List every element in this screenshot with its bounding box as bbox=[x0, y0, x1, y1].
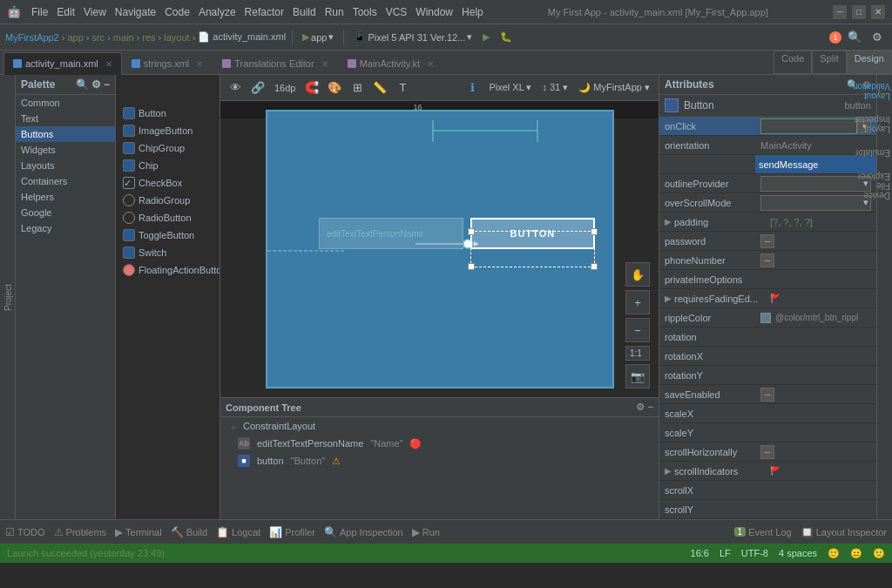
bottom-logcat[interactable]: 📋 Logcat bbox=[216, 526, 260, 538]
menu-navigate[interactable]: Navigate bbox=[115, 6, 156, 18]
tree-item-constraintlayout[interactable]: ⬦ ConstraintLayout bbox=[220, 417, 659, 435]
attr-row-outline[interactable]: outlineProvider ▾ bbox=[659, 174, 876, 193]
guidelines-icon[interactable]: 📏 bbox=[370, 78, 389, 98]
tab-close-icon[interactable]: ✕ bbox=[105, 59, 112, 69]
attr-row-orientation[interactable]: orientation MainActivity bbox=[659, 136, 876, 155]
theme-selector[interactable]: 🌙 MyFirstApp ▾ bbox=[575, 80, 653, 95]
canvas-overlay-buttons[interactable]: ✋ + − 1:1 📷 bbox=[625, 262, 650, 389]
menu-window[interactable]: Window bbox=[416, 6, 453, 18]
attr-value-onclick[interactable] bbox=[760, 118, 857, 134]
debug-button[interactable]: 🐛 bbox=[497, 30, 516, 44]
component-tree-settings-icon[interactable]: ⚙ bbox=[636, 402, 645, 413]
run-config-selector[interactable]: ▶ app ▾ bbox=[299, 30, 337, 44]
breadcrumb-app[interactable]: app bbox=[67, 32, 83, 43]
sidebar-tab-resource-manager[interactable]: Resource Manager bbox=[0, 75, 2, 519]
palette-category-widgets[interactable]: Widgets bbox=[16, 142, 115, 158]
attr-value-outline[interactable]: ▾ bbox=[760, 176, 871, 192]
attr-row-scrollx[interactable]: scrollX bbox=[659, 481, 876, 500]
bottom-terminal[interactable]: ▶ Terminal bbox=[115, 526, 162, 538]
info-icon[interactable]: ℹ bbox=[463, 78, 482, 98]
password-btn[interactable]: ─ bbox=[760, 234, 774, 248]
menu-code[interactable]: Code bbox=[165, 6, 190, 18]
tab-close-3-icon[interactable]: ✕ bbox=[321, 59, 328, 69]
close-button[interactable]: ✕ bbox=[871, 5, 885, 19]
menu-help[interactable]: Help bbox=[462, 6, 483, 18]
tab-mainactivity[interactable]: MainActivity.kt ✕ bbox=[338, 52, 443, 75]
palette-search-icon[interactable]: 🔍 bbox=[76, 78, 89, 91]
palette-category-common[interactable]: Common bbox=[16, 95, 115, 111]
device-selector[interactable]: 📱 Pixel 5 API 31 Ver.12... ▾ bbox=[350, 30, 476, 44]
attr-row-scrollhorizontally[interactable]: scrollHorizontally ─ bbox=[659, 443, 876, 462]
bottom-build[interactable]: 🔨 Build bbox=[171, 526, 207, 538]
tab-strings[interactable]: strings.xml ✕ bbox=[122, 52, 213, 75]
attr-row-rotationy[interactable]: rotationY bbox=[659, 366, 876, 385]
palette-close-icon[interactable]: − bbox=[104, 78, 110, 91]
window-controls[interactable]: ─ □ ✕ bbox=[833, 5, 885, 19]
bottom-problems[interactable]: ⚠ Problems bbox=[54, 526, 106, 538]
saveenabled-btn[interactable]: ─ bbox=[760, 388, 774, 402]
attr-value-phonenumber[interactable]: ─ bbox=[760, 253, 871, 267]
api-selector[interactable]: ↕ 31 ▾ bbox=[538, 80, 571, 95]
menu-analyze[interactable]: Analyze bbox=[199, 6, 236, 18]
align-icon[interactable]: ⊞ bbox=[348, 78, 367, 98]
tree-item-edittext[interactable]: Ab editTextTextPersonName "Name" 🔴 bbox=[220, 435, 659, 452]
device-type-selector[interactable]: Pixel XL ▾ bbox=[485, 80, 535, 95]
bottom-run[interactable]: ▶ Run bbox=[412, 526, 440, 538]
breadcrumb-project[interactable]: MyFirstApp2 bbox=[5, 32, 59, 43]
attr-row-rotationx[interactable]: rotationX bbox=[659, 347, 876, 366]
tree-item-button[interactable]: ■ button "Button" ⚠ bbox=[220, 452, 659, 470]
palette-item-imagebutton[interactable]: ImageButton bbox=[116, 122, 220, 139]
attr-row-onclick[interactable]: onClick ▾ bbox=[659, 117, 876, 136]
attr-row-rotation[interactable]: rotation bbox=[659, 328, 876, 347]
menu-vcs[interactable]: VCS bbox=[386, 6, 408, 18]
sidebar-tab-emulator[interactable]: Emulator bbox=[877, 141, 892, 165]
constraint-icon[interactable]: 🔗 bbox=[248, 78, 267, 98]
menu-edit[interactable]: Edit bbox=[57, 6, 75, 18]
bottom-event-log[interactable]: 1 Event Log bbox=[734, 527, 792, 537]
attr-value-password[interactable]: ─ bbox=[760, 234, 857, 248]
attr-value-saveenabled[interactable]: ─ bbox=[760, 388, 871, 402]
palette-category-layouts[interactable]: Layouts bbox=[16, 158, 115, 173]
attr-row-scrollindicators[interactable]: ▶ scrollIndicators 🚩 bbox=[659, 462, 876, 481]
run-button[interactable]: ▶ bbox=[479, 30, 493, 44]
eye-icon[interactable]: 👁 bbox=[226, 78, 245, 98]
palette-item-fab[interactable]: FloatingActionButton bbox=[116, 261, 220, 279]
palette-settings-icon[interactable]: ⚙ bbox=[91, 78, 101, 91]
design-mode-tab[interactable]: Design bbox=[847, 51, 892, 74]
menu-tools[interactable]: Tools bbox=[353, 6, 377, 18]
breadcrumb-layout[interactable]: layout bbox=[164, 32, 189, 43]
palette-category-text[interactable]: Text bbox=[16, 111, 115, 126]
edittext-widget[interactable]: editTextTextPersonName bbox=[319, 218, 463, 249]
attr-row-phonenumber[interactable]: phoneNumber ─ bbox=[659, 251, 876, 270]
palette-category-helpers[interactable]: Helpers bbox=[16, 189, 115, 205]
font-icon[interactable]: T bbox=[393, 78, 412, 98]
search-icon[interactable]: 🔍 bbox=[845, 28, 864, 47]
scrollhorizontally-btn[interactable]: ─ bbox=[760, 445, 774, 459]
bottom-profiler[interactable]: 📊 Profiler bbox=[269, 526, 315, 538]
bottom-todo[interactable]: ☑ TODO bbox=[5, 526, 45, 538]
size-selector[interactable]: 16dp bbox=[271, 81, 299, 95]
sidebar-tab-project[interactable]: Project bbox=[2, 75, 15, 519]
palette-category-buttons[interactable]: Buttons bbox=[16, 126, 115, 142]
settings-icon[interactable]: ⚙ bbox=[868, 28, 887, 47]
menu-build[interactable]: Build bbox=[293, 6, 316, 18]
attr-row-password[interactable]: password ─ bbox=[659, 232, 876, 251]
magnet-icon[interactable]: 🧲 bbox=[302, 78, 321, 98]
pan-tool-button[interactable]: ✋ bbox=[625, 262, 650, 287]
view-mode-tabs[interactable]: Code Split Design bbox=[774, 51, 892, 74]
menu-view[interactable]: View bbox=[84, 6, 106, 18]
palette-item-togglebutton[interactable]: ToggleButton bbox=[116, 226, 220, 244]
attr-row-ripplecolor[interactable]: rippleColor @color/mtrl_btn_rippl bbox=[659, 308, 876, 328]
ripple-color-swatch[interactable] bbox=[760, 313, 771, 323]
palette-item-checkbox[interactable]: ✓ CheckBox bbox=[116, 174, 220, 192]
scrollindicators-expand-icon[interactable]: ▶ bbox=[665, 466, 672, 476]
design-canvas[interactable]: 16 bbox=[220, 101, 659, 397]
palette-icons[interactable]: 🔍 ⚙ − bbox=[76, 78, 110, 91]
breadcrumb-res[interactable]: res bbox=[142, 32, 155, 43]
tab-translations[interactable]: Translations Editor ✕ bbox=[213, 52, 337, 75]
breadcrumb-file[interactable]: 📄 activity_main.xml bbox=[198, 31, 286, 43]
notification-badge[interactable]: 1 bbox=[829, 31, 841, 44]
palette-item-chipgroup[interactable]: ChipGroup bbox=[116, 139, 220, 157]
breadcrumb[interactable]: MyFirstApp2 › app › src › main › res › l… bbox=[5, 31, 286, 43]
attr-row-scalex[interactable]: scaleX bbox=[659, 404, 876, 423]
